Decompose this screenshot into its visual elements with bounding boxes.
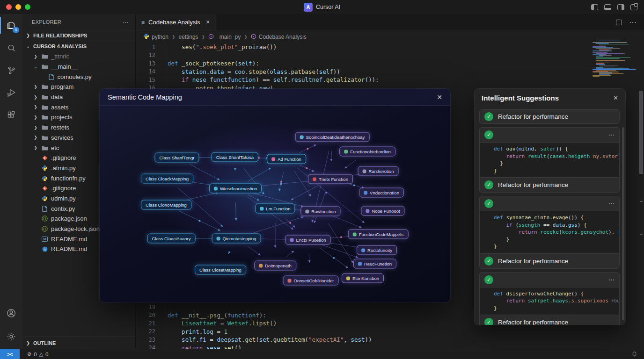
graph-node[interactable]: Ad Function [267, 154, 306, 164]
graph-node[interactable]: Wioscloouimastion [209, 184, 262, 194]
sidebar-title: EXPLORER [32, 19, 61, 25]
graph-node[interactable]: Class ClosetMapping [195, 265, 246, 275]
code-line[interactable]: 12 [136, 51, 644, 60]
tree-item[interactable]: ❯_tttnric [22, 51, 135, 62]
graph-node[interactable]: OonsetiOobikionider [283, 276, 338, 286]
breadcrumb-item[interactable]: _main_py [208, 34, 241, 41]
run-debug-icon[interactable] [0, 81, 22, 104]
node-symbol-icon [305, 209, 309, 213]
suggestion-card[interactable]: ✓⋯def dsisperforwoCheChange() { return s… [479, 272, 620, 325]
graph-node[interactable]: Rawfonction [300, 207, 340, 216]
suggestion-item[interactable]: ✓Refactor for performance [479, 109, 620, 124]
graph-node[interactable]: Tnetx Function [308, 174, 353, 184]
title-bar: A Cursor AI [0, 0, 644, 14]
graph-node[interactable]: Class ShanfTengr [155, 153, 199, 163]
section-file-relationships[interactable]: ❯ FILE RELATIONSHIPS [22, 30, 135, 41]
modal-close-icon[interactable]: ✕ [437, 93, 442, 101]
more-options-icon[interactable]: ⋯ [608, 131, 615, 138]
tree-item-label: assets [51, 104, 69, 111]
code-editor-top[interactable]: 1 ses(".soek_plot"_proiraw())1213def _so… [136, 43, 644, 92]
chevron-right-icon: ❯ [25, 341, 31, 345]
maximize-window-button[interactable] [25, 4, 30, 10]
notifications-bell-icon[interactable] [631, 351, 637, 358]
tree-item[interactable]: comoules.py [22, 72, 135, 82]
code-line[interactable]: 22 print.log = 1 [136, 328, 644, 336]
minimap[interactable] [593, 40, 636, 78]
suggestion-footer[interactable]: ✓Refactor for performance [480, 178, 619, 192]
graph-node[interactable]: Lm.Function [255, 204, 295, 214]
code-line[interactable]: 24 return sese.set() [136, 344, 644, 349]
code-line[interactable]: 15 if nese_functfunction) == self.result… [136, 76, 644, 84]
chevron-right-icon: ❯ [33, 115, 38, 120]
file-icon [41, 206, 48, 212]
graph-node[interactable]: Nooe Funooot [361, 206, 404, 216]
toggle-bottom-panel-icon[interactable] [604, 4, 611, 10]
svg-text:M: M [44, 237, 46, 241]
tab-codebase-analysis[interactable]: ≡ Codebase Analysis ✕ [136, 14, 216, 30]
graph-node[interactable]: Roctofunoity [357, 245, 397, 255]
extensions-icon[interactable] [0, 104, 22, 126]
breadcrumb-item[interactable]: python [143, 33, 168, 41]
suggestion-card[interactable]: ✓⋯def oav(mitnd, sator)) { return result… [479, 127, 620, 193]
explorer-icon[interactable]: 0 [0, 14, 22, 36]
code-line[interactable]: 13def _sock_ptotkeser(self): [136, 59, 644, 68]
breadcrumb-item[interactable]: eettings [179, 34, 198, 40]
folder-icon [41, 145, 48, 151]
section-cursor-analysis[interactable]: ⌄ CURSOR 4 ANALYSIS [22, 41, 135, 51]
graph-node[interactable]: EtoriKancbon [342, 273, 384, 283]
suggestion-card[interactable]: ✓⋯def synnatae_cintn.evage()) { if (ssen… [479, 196, 620, 269]
section-label: CURSOR 4 ANALYSIS [33, 43, 87, 49]
graph-node[interactable]: Rarckerotion [358, 166, 399, 176]
graph-node[interactable]: Functionobtebordion [339, 147, 395, 157]
cursor-logo-icon: A [304, 3, 313, 12]
settings-gear-icon[interactable] [0, 324, 22, 349]
toggle-right-panel-icon[interactable] [617, 4, 624, 10]
source-control-icon[interactable] [0, 59, 22, 81]
breadcrumb-item[interactable]: Codebase Analysis [251, 34, 307, 41]
suggestion-card-header: ✓⋯ [480, 273, 619, 287]
code-line[interactable]: 14 station.data = coo.stope(olass.patbas… [136, 68, 644, 76]
graph-node[interactable]: SooinciolDeatideathenochoay [295, 132, 370, 142]
graph-node[interactable]: ReucFunetion [353, 259, 396, 269]
graph-node[interactable]: Qiomotastepping [212, 234, 261, 244]
graph-node[interactable]: Class ClonoMapping [141, 200, 191, 210]
account-icon[interactable] [0, 302, 22, 324]
problems-indicator[interactable]: ⊘ 0 △ 0 [27, 351, 49, 357]
search-icon[interactable] [0, 36, 22, 59]
suggestion-code: def dsisperforwoCheChange() { return saf… [480, 287, 619, 316]
more-options-icon[interactable]: ⋯ [608, 276, 615, 283]
split-editor-icon[interactable] [616, 20, 622, 25]
app-title: Cursor AI [316, 4, 340, 10]
node-symbol-icon [366, 209, 369, 213]
suggestion-footer[interactable]: ✓Refactor for performance [480, 254, 619, 268]
code-line-text: def _sock_ptotkeser(self): [155, 60, 259, 67]
editor-scrollbar[interactable] [639, 91, 643, 174]
close-window-button[interactable] [6, 4, 12, 10]
minimize-window-button[interactable] [15, 4, 21, 10]
code-line[interactable]: 1 ses(".soek_plot"_proiraw()) [136, 43, 644, 51]
sidebar-more-icon[interactable]: ⋯ [123, 19, 129, 26]
node-symbol-icon [313, 177, 316, 181]
graph-node[interactable]: FunctionCodeMappets [348, 230, 409, 239]
graph-node[interactable]: Class ShanfTalcisa [212, 152, 258, 162]
suggestion-footer[interactable]: ✓Refactor for performance [480, 315, 619, 325]
section-outline[interactable]: ❯ OUTLINE [22, 337, 135, 349]
graph-node[interactable]: Doitnopenath [254, 261, 296, 271]
more-options-icon[interactable]: ⋯ [608, 200, 615, 207]
tree-item[interactable]: ⌄__main__ [22, 62, 135, 72]
editor-more-icon[interactable]: ⋯ [629, 18, 637, 27]
code-line-text: print.log = 1 [155, 328, 227, 335]
suggestions-scrollbar[interactable] [622, 127, 624, 320]
tab-close-icon[interactable]: ✕ [206, 19, 210, 25]
tree-item-label: etc [51, 144, 59, 151]
graph-node[interactable]: Enctx Puoetion [285, 235, 331, 245]
toggle-left-panel-icon[interactable] [591, 4, 598, 10]
graph-node[interactable]: Vndectionotion [359, 188, 404, 198]
layout-customize-icon[interactable] [630, 4, 637, 10]
breadcrumb: python❯eettings❯_main_py❯Codebase Analys… [136, 31, 644, 43]
remote-indicator[interactable]: >< [0, 349, 20, 359]
graph-node[interactable]: Class CloackMapping [141, 174, 193, 184]
suggestions-close-icon[interactable]: ✕ [613, 94, 618, 101]
code-line[interactable]: 23 self.fi = deepsat.get(set.guebtitem("… [136, 336, 644, 344]
graph-node[interactable]: Class ClaaciAuaory [147, 234, 196, 244]
